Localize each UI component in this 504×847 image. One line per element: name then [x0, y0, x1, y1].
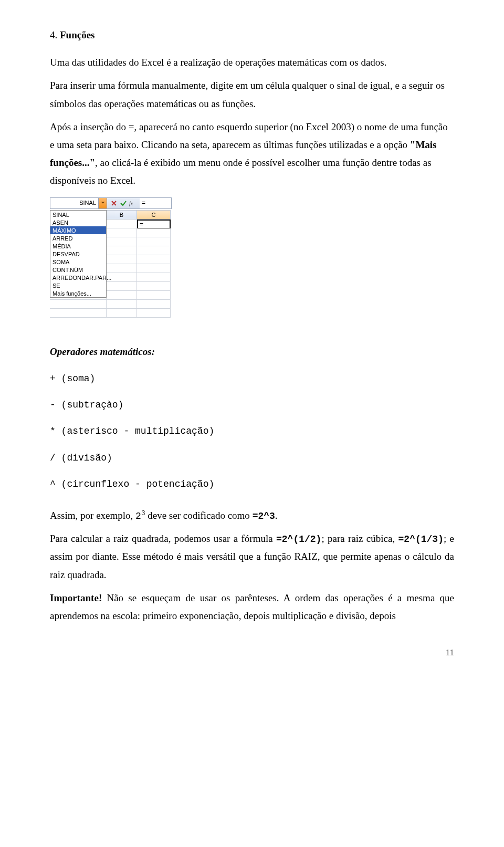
code-inline: =2^(1/3): [398, 534, 444, 545]
text: Assim, por exemplo,: [50, 510, 135, 521]
paragraph: Importante! Não se esqueçam de usar os p…: [50, 589, 454, 625]
code-inline: 23: [135, 511, 145, 521]
row: [50, 300, 172, 309]
cell[interactable]: [137, 273, 171, 282]
cell[interactable]: [107, 291, 137, 300]
base: 2: [135, 511, 141, 521]
cell[interactable]: [107, 309, 137, 318]
formula-bar-buttons: fx: [107, 198, 140, 208]
function-option[interactable]: ARRED: [50, 234, 106, 242]
cell[interactable]: [137, 300, 171, 309]
function-option[interactable]: SINAL: [50, 211, 106, 218]
cell[interactable]: [137, 228, 171, 237]
row: [50, 309, 172, 318]
paragraph: Para inserir uma fórmula manualmente, di…: [50, 77, 454, 112]
document-page: 4. Funções Uma das utilidades do Excel é…: [0, 0, 504, 677]
cell[interactable]: [137, 291, 171, 300]
operator-item: - (subtraçào): [50, 396, 454, 413]
function-option[interactable]: SOMA: [50, 258, 106, 266]
cell-B1[interactable]: [107, 219, 137, 228]
text: Para calcular a raiz quadrada, podemos u…: [50, 533, 276, 544]
name-box-dropdown[interactable]: [99, 198, 107, 208]
function-option[interactable]: MÉDIA: [50, 242, 106, 250]
paragraph: Para calcular a raiz quadrada, podemos u…: [50, 530, 454, 584]
cell[interactable]: [50, 300, 107, 309]
cell[interactable]: [137, 282, 171, 291]
text: .: [275, 510, 278, 521]
heading-number: 4.: [50, 29, 57, 40]
cell[interactable]: [107, 282, 137, 291]
cell[interactable]: [137, 264, 171, 273]
operator-item: ^ (circunflexo - potenciação): [50, 476, 454, 493]
operator-item: / (divisão): [50, 449, 454, 466]
cell[interactable]: [107, 246, 137, 255]
chevron-down-icon: [101, 197, 105, 209]
cell[interactable]: [107, 264, 137, 273]
cell[interactable]: [137, 309, 171, 318]
text: Não se esqueçam de usar os parênteses. A…: [50, 592, 454, 621]
operator-item: + (soma): [50, 370, 454, 387]
text: , ao clicá-la é exibido um menu onde é p…: [50, 157, 432, 186]
spreadsheet-area: B C = SINALASENMÁXIMOARREDMÉDIADESVPADSO…: [50, 210, 172, 318]
fx-icon[interactable]: fx: [129, 200, 136, 207]
formula-bar: SINAL fx =: [50, 197, 172, 209]
operator-item: * (asterisco - multiplicação): [50, 423, 454, 440]
code-inline: =2^3: [253, 511, 275, 521]
code-inline: =2^(1/2): [276, 534, 321, 545]
function-option[interactable]: ARREDONDAR.PAR...: [50, 274, 106, 281]
function-dropdown[interactable]: SINALASENMÁXIMOARREDMÉDIADESVPADSOMACONT…: [50, 210, 107, 298]
subsection-heading: Operadores matemáticos:: [50, 343, 454, 361]
paragraph: Após a inserção do =, aparecerá no canto…: [50, 118, 454, 190]
cell[interactable]: [107, 228, 137, 237]
name-box[interactable]: SINAL: [50, 198, 99, 208]
text: deve ser codificado como: [145, 510, 252, 521]
cell[interactable]: [107, 300, 137, 309]
cell[interactable]: [137, 255, 171, 264]
cell[interactable]: [137, 246, 171, 255]
section-heading: 4. Funções: [50, 26, 454, 44]
function-option[interactable]: CONT.NÚM: [50, 266, 106, 274]
column-header-C[interactable]: C: [137, 210, 171, 219]
cell[interactable]: [107, 237, 137, 246]
function-option[interactable]: SE: [50, 281, 106, 289]
paragraph: Assim, por exemplo, 23 deve ser codifica…: [50, 507, 454, 525]
cancel-icon[interactable]: [110, 200, 118, 207]
formula-input[interactable]: =: [140, 198, 171, 208]
excel-screenshot: SINAL fx = B: [50, 197, 172, 318]
function-option[interactable]: MÁXIMO: [50, 226, 106, 234]
cell[interactable]: [107, 255, 137, 264]
text: Após a inserção do =, aparecerá no canto…: [50, 121, 448, 150]
page-number: 11: [50, 630, 454, 661]
heading-title: Funções: [60, 29, 95, 40]
text-bold: Importante!: [50, 592, 102, 603]
check-icon[interactable]: [120, 200, 127, 207]
svg-text:fx: fx: [129, 201, 133, 206]
paragraph: Uma das utilidades do Excel é a realizaç…: [50, 54, 454, 71]
function-option[interactable]: DESVPAD: [50, 250, 106, 258]
text: ; para raiz cúbica,: [321, 533, 398, 544]
column-header-B[interactable]: B: [107, 210, 137, 219]
cell[interactable]: [137, 237, 171, 246]
function-option[interactable]: Mais funções...: [50, 289, 106, 297]
cell-C1-active[interactable]: =: [137, 219, 171, 229]
function-option[interactable]: ASEN: [50, 218, 106, 226]
cell[interactable]: [50, 309, 107, 318]
